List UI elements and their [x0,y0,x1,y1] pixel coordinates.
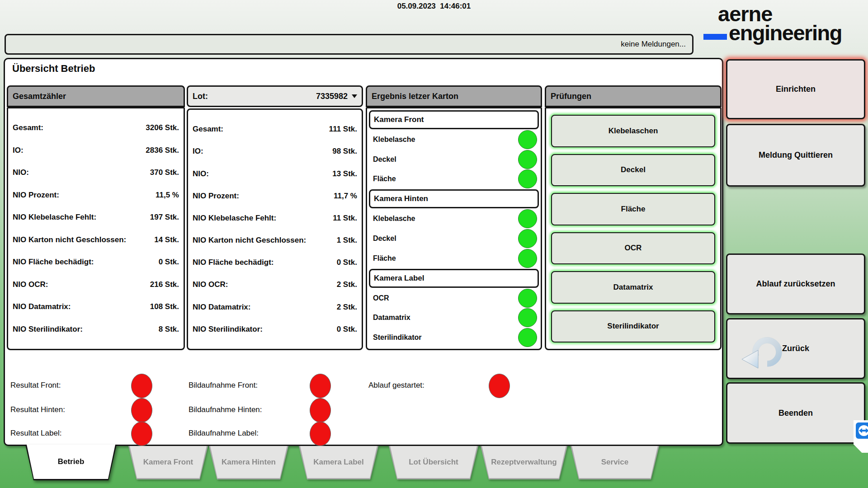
counter-row: NIO Datamatrix:108 Stk. [13,302,179,311]
counter-label: NIO: [13,168,29,177]
result-label: Klebelasche [373,215,415,223]
result-row: Fläche [369,169,539,189]
counter-value: 98 Stk. [332,147,357,156]
result-label: Klebelasche [373,136,415,144]
ablauf-zuruecksetzen-button[interactable]: Ablauf zurücksetzen [726,253,865,314]
counter-row: IO:98 Stk. [193,147,357,156]
klebelaschen-button[interactable]: Klebelaschen [551,115,715,147]
status-lamp-icon [518,249,537,268]
resultat-label-label: Resultat Label: [10,429,61,438]
meldung-quittieren-button[interactable]: Meldung Quittieren [726,124,865,187]
status-lamp-icon [518,209,537,228]
counter-row: NIO Karton nicht Geschlossen:14 Stk. [13,235,179,244]
counter-row: NIO Prozent:11,7 % [193,192,357,201]
status-lamp-icon [518,169,537,188]
counter-label: Gesamt: [13,123,43,132]
deckel-button[interactable]: Deckel [551,154,715,187]
result-row: Deckel [369,229,539,249]
tab-service-label: Service [572,446,658,478]
counter-value: 8 Stk. [159,325,179,334]
counter-row: NIO OCR:2 Stk. [193,280,357,289]
counter-label: NIO Klebelasche Fehlt: [193,214,276,223]
panel-pruefungen-body: Klebelaschen Deckel Fläche OCR Datamatri… [545,107,722,350]
panel-lot: Lot: 7335982 Gesamt:111 Stk. IO:98 Stk. … [187,85,363,350]
camera-group-header: Kamera Label [369,269,539,288]
flaeche-button[interactable]: Fläche [551,193,715,225]
logo-blue-dash [703,34,727,40]
counter-label: NIO Datamatrix: [193,303,250,312]
datamatrix-button[interactable]: Datamatrix [551,271,715,304]
counter-row: NIO Datamatrix:2 Stk. [193,303,357,312]
tab-lot-uebersicht[interactable]: Lot Übersicht [389,446,478,479]
tab-kamera-label[interactable]: Kamera Label [299,446,378,479]
counter-label: NIO Sterilindikator: [13,325,83,334]
counter-label: NIO Fläche bechädigt: [193,258,274,267]
tab-kamera-hinten[interactable]: Kamera Hinten [209,446,288,479]
counter-label: NIO OCR: [13,280,48,289]
page-title: Übersicht Betrieb [12,63,95,75]
aerne-engineering-logo: aerne engineering [703,4,868,43]
counter-label: NIO Fläche bechädigt: [13,258,94,267]
lot-dropdown[interactable]: Lot: 7335982 [187,85,363,107]
sterilindikator-button[interactable]: Sterilindikator [551,310,715,343]
bildaufnahme-label-lamp-icon [310,422,331,446]
tab-rezeptverwaltung[interactable]: Rezeptverwaltung [481,446,567,479]
counter-value: 2836 Stk. [146,146,179,155]
bildaufnahme-hinten-label: Bildaufnahme Hinten: [189,405,262,414]
counter-value: 1 Stk. [337,236,357,245]
counter-value: 11,7 % [334,192,357,201]
zurueck-button[interactable]: Zurück [726,318,865,379]
counter-label: NIO Sterilindikator: [193,325,263,334]
message-bar: keine Meldungen... [5,34,693,55]
counter-value: 11 Stk. [333,214,357,223]
counter-row: NIO Sterilindikator:0 Stk. [193,325,357,334]
bildaufnahme-hinten-lamp-icon [310,398,331,422]
counter-row: Gesamt:3206 Stk. [13,123,179,132]
counter-row: NIO Klebelasche Fehlt:197 Stk. [13,213,179,222]
counter-value: 14 Stk. [154,235,179,244]
ablauf-gestartet-label: Ablauf gestartet: [368,381,425,390]
einrichten-button[interactable]: Einrichten [726,59,865,119]
tab-betrieb[interactable]: Betrieb [25,445,117,480]
counter-label: NIO Prozent: [193,192,239,201]
counter-label: Gesamt: [193,125,223,134]
result-row: Sterilindikator [369,328,539,347]
panel-ergebnis-header: Ergebnis letzer Karton [366,85,542,107]
counter-row: IO:2836 Stk. [13,146,179,155]
lot-value: 7335982 [316,92,348,101]
ablauf-gestartet-lamp-icon [489,374,510,398]
tab-kamera-front[interactable]: Kamera Front [128,446,208,479]
counter-value: 11,5 % [156,191,179,200]
counter-label: NIO OCR: [193,280,228,289]
result-row: Deckel [369,150,539,169]
result-label: Fläche [373,254,396,263]
counter-label: NIO Prozent: [13,191,59,200]
ocr-button[interactable]: OCR [551,232,715,265]
panel-gesamtzaehler-header: Gesamtzähler [7,85,185,107]
status-lamp-icon [518,308,537,327]
counter-value: 2 Stk. [337,280,357,289]
result-row: Datamatrix [369,308,539,328]
result-label: Deckel [373,235,396,243]
panel-ergebnis-body: Kamera Front Klebelasche Deckel Fläche K… [366,107,542,350]
bildaufnahme-front-label: Bildaufnahme Front: [189,381,258,390]
counter-value: 0 Stk. [337,258,357,267]
resultat-label-lamp-icon [131,422,152,446]
counter-row: NIO Fläche bechädigt:0 Stk. [193,258,357,267]
tab-betrieb-label: Betrieb [27,445,115,479]
panel-pruefungen-header: Prüfungen [545,85,722,107]
counter-row: NIO Sterilindikator:8 Stk. [13,325,179,334]
result-row: Klebelasche [369,209,539,229]
camera-group-header: Kamera Hinten [369,189,539,208]
tab-service[interactable]: Service [571,446,659,479]
teamviewer-icon[interactable] [854,420,868,453]
beenden-button[interactable]: Beenden [726,382,865,444]
counter-row: Gesamt:111 Stk. [193,125,357,134]
counter-value: 108 Stk. [150,302,179,311]
counter-row: NIO Fläche bechädigt:0 Stk. [13,258,179,267]
bildaufnahme-front-lamp-icon [310,374,331,398]
logo-text-engineering: engineering [729,23,842,43]
tab-kamera-front-label: Kamera Front [130,446,207,478]
counter-label: IO: [193,147,203,156]
counter-row: NIO Karton nicht Geschlossen:1 Stk. [193,236,357,245]
